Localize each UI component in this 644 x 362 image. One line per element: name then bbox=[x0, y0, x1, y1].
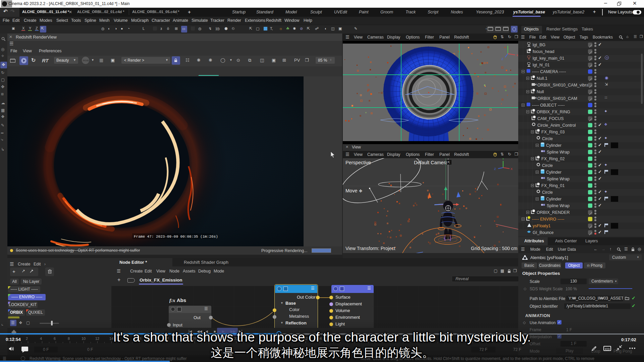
svg-text:Default Camera: Default Camera bbox=[414, 160, 448, 165]
svg-text:Perspective: Perspective bbox=[345, 160, 371, 165]
svg-text:View Transform: Project: View Transform: Project bbox=[345, 246, 395, 251]
svg-text:Y: Y bbox=[502, 158, 504, 161]
svg-text:Y: Y bbox=[507, 44, 509, 45]
svg-text:X: X bbox=[511, 167, 513, 171]
svg-text:⇱: ⇱ bbox=[447, 161, 450, 164]
svg-text:✥: ✥ bbox=[359, 189, 362, 193]
svg-text:Frame 47: 2023-09-09 00:08:35: Frame 47: 2023-09-09 00:08:35 (1m:26s) bbox=[134, 235, 218, 239]
svg-text:Z: Z bbox=[494, 167, 496, 171]
svg-text:Grid Spacing : 500 cm: Grid Spacing : 500 cm bbox=[471, 246, 518, 251]
svg-text:Z: Z bbox=[501, 57, 503, 61]
svg-text:Move: Move bbox=[345, 188, 357, 193]
